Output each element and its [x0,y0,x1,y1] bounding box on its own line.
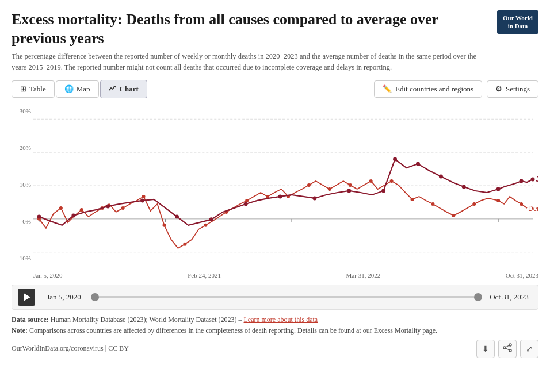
tab-chart[interactable]: Chart [100,80,147,98]
table-icon: ⊞ [20,84,26,94]
header: Excess mortality: Deaths from all causes… [12,10,538,73]
svg-point-13 [121,206,125,209]
settings-button[interactable]: ⚙ Settings [487,80,538,98]
chart-svg: Japan Denmark [33,102,538,268]
japan-series-label: Japan [536,175,538,183]
svg-point-14 [142,194,146,198]
share-button[interactable] [498,340,517,358]
svg-point-47 [462,185,466,189]
slider-right-handle[interactable] [474,293,482,301]
footer-bottom-row: OurWorldInData.org/coronavirus | CC BY ⬇… [12,340,538,358]
x-label-feb2021: Feb 24, 2021 [188,272,221,279]
gear-icon: ⚙ [495,84,502,94]
svg-point-16 [183,242,186,245]
timeline-start-label: Jan 5, 2020 [41,293,87,302]
svg-point-30 [472,202,476,205]
datasource-label: Data source: [12,316,49,324]
svg-point-19 [245,198,249,202]
download-icon: ⬇ [482,344,489,353]
svg-point-15 [162,223,166,226]
tab-map[interactable]: 🌐 Map [56,80,99,98]
svg-point-10 [59,206,63,209]
denmark-series-label: Denmark [528,204,538,212]
svg-point-41 [312,196,316,200]
page-title: Excess mortality: Deaths from all causes… [12,10,488,48]
y-label-30: 30% [12,107,33,114]
svg-point-44 [393,157,397,161]
chart-svg-container: Japan Denmark Jan 5, 2020 Feb 24, 2021 M… [33,102,538,279]
datasource-row: Data source: Human Mortality Database (2… [12,314,538,325]
svg-point-39 [244,202,248,206]
note-text: Comparisons across countries are affecte… [29,326,437,335]
download-button[interactable]: ⬇ [476,340,495,358]
y-label-0: 0% [12,218,33,225]
chart-line-icon [109,84,117,94]
svg-point-46 [439,174,443,178]
svg-point-27 [411,197,414,201]
subtitle: The percentage difference between the re… [12,51,483,73]
svg-point-31 [496,198,500,202]
svg-point-36 [140,198,144,202]
svg-point-50 [531,177,535,181]
svg-point-28 [431,202,434,205]
play-button[interactable] [18,289,35,306]
svg-point-25 [369,179,373,183]
svg-point-49 [520,179,524,183]
footer-icons: ⬇ ⤢ [476,340,538,358]
svg-point-17 [204,223,207,226]
svg-point-53 [509,349,511,352]
owid-logo: Our World in Data [497,10,538,34]
svg-point-48 [496,187,501,191]
globe-icon: 🌐 [64,84,74,94]
timeline-row: Jan 5, 2020 Oct 31, 2023 [12,285,538,310]
svg-point-24 [349,183,352,187]
svg-point-43 [381,189,385,193]
slider-track[interactable] [95,296,478,298]
svg-line-54 [506,345,509,347]
svg-point-22 [307,183,311,187]
datasource-text: Human Mortality Database (2023); World M… [51,316,242,324]
svg-point-33 [37,214,41,218]
expand-button[interactable]: ⤢ [520,340,538,358]
x-label-jan2020: Jan 5, 2020 [33,272,62,279]
note-row: Note: Comparisons across countries are a… [12,325,538,336]
svg-point-34 [71,213,75,217]
tab-group: ⊞ Table 🌐 Map Chart [12,80,147,98]
x-label-mar2022: Mar 31, 2022 [346,272,381,279]
japan-line [39,159,533,225]
right-controls: ✏️ Edit countries and regions ⚙ Settings [374,80,538,98]
pencil-icon: ✏️ [383,84,392,94]
note-label: Note: [12,326,28,335]
svg-point-29 [452,213,455,217]
share-icon [503,343,512,354]
expand-icon: ⤢ [526,344,533,353]
svg-line-55 [506,348,509,350]
footer: Data source: Human Mortality Database (2… [12,314,538,336]
footer-url: OurWorldInData.org/coronavirus | CC BY [12,344,129,353]
tab-table[interactable]: ⊞ Table [12,80,55,98]
svg-point-37 [175,214,179,218]
slider-left-handle[interactable] [91,293,99,301]
svg-point-52 [503,347,506,349]
svg-point-51 [509,344,511,346]
edit-countries-button[interactable]: ✏️ Edit countries and regions [374,80,482,98]
y-label-20: 20% [12,144,33,151]
svg-point-45 [416,162,420,166]
svg-point-38 [209,217,213,221]
y-label-neg10: -10% [12,255,33,262]
svg-point-42 [347,189,351,193]
x-label-oct2023: Oct 31, 2023 [506,272,538,279]
svg-point-11 [80,207,83,211]
y-label-10: 10% [12,181,33,188]
svg-point-32 [520,202,523,205]
svg-point-23 [328,187,331,190]
svg-point-26 [390,179,394,183]
chart-container: 30% 20% 10% 0% -10% [12,102,538,279]
timeline-end-label: Oct 31, 2023 [486,293,532,302]
controls-row: ⊞ Table 🌐 Map Chart ✏️ Edit countries an… [12,80,538,98]
learn-more-link[interactable]: Learn more about this data [244,316,318,324]
svg-point-35 [106,204,110,208]
title-block: Excess mortality: Deaths from all causes… [12,10,488,73]
svg-point-40 [278,194,282,198]
play-triangle-icon [24,293,30,301]
